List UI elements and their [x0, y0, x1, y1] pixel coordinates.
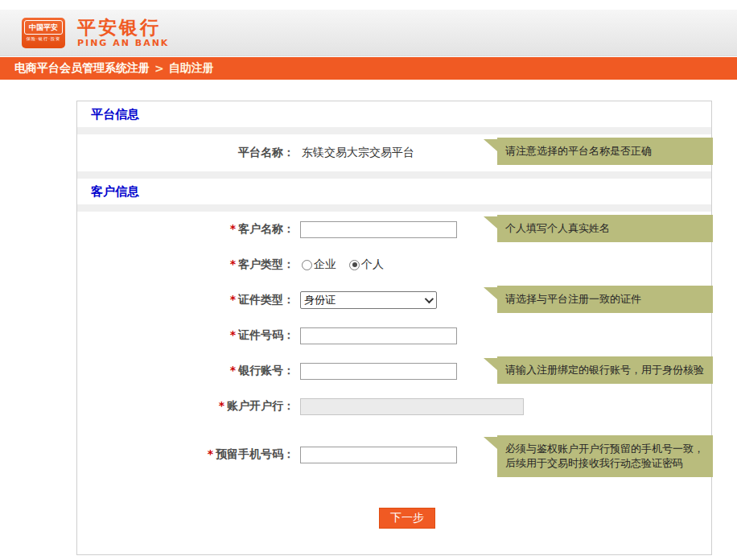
- bank-account-label-text: 银行账号：: [238, 364, 294, 377]
- bank-account-label: *银行账号：: [77, 364, 294, 378]
- required-marker: *: [230, 257, 236, 270]
- breadcrumb-current: 自助注册: [169, 61, 214, 76]
- bank-account-row: *银行账号： 请输入注册绑定的银行账号，用于身份核验: [77, 353, 711, 389]
- required-marker: *: [230, 293, 236, 306]
- bank-name-en: PING AN BANK: [77, 38, 169, 48]
- divider: [77, 127, 711, 134]
- pingan-logo-tagline: 保险·银行·投资: [26, 35, 60, 41]
- customer-type-radio-group: 企业 个人: [302, 257, 384, 272]
- masthead: 中国平安 保险·银行·投资 平安银行 PING AN BANK: [0, 10, 737, 56]
- radio-enterprise-label: 企业: [314, 257, 336, 272]
- customer-name-row: *客户名称： 个人填写个人真实姓名: [77, 212, 711, 247]
- required-marker: *: [230, 364, 236, 377]
- platform-name-label: 平台名称：: [77, 146, 294, 160]
- divider: [77, 204, 711, 212]
- customer-name-label-text: 客户名称：: [238, 222, 294, 235]
- cert-type-selected-value: 身份证: [304, 293, 336, 307]
- phone-input[interactable]: [300, 447, 457, 463]
- account-bank-row: *账户开户行：: [77, 389, 711, 424]
- cert-no-label: *证件号码：: [77, 328, 294, 343]
- phone-row: *预留手机号码： 必须与鉴权账户开户行预留的手机号一致，后续用于交易时接收我行动…: [77, 435, 711, 474]
- account-bank-label-text: 账户开户行：: [227, 399, 294, 412]
- customer-type-row: *客户类型： 企业 个人: [77, 247, 711, 282]
- tooltip-bank-account: 请输入注册绑定的银行账号，用于身份核验: [497, 356, 713, 384]
- phone-label: *预留手机号码：: [77, 447, 294, 462]
- customer-name-label: *客户名称：: [77, 222, 294, 237]
- radio-option-personal[interactable]: 个人: [349, 257, 384, 272]
- radio-option-enterprise[interactable]: 企业: [302, 257, 336, 272]
- chevron-down-icon: [425, 294, 434, 303]
- top-strip: [0, 0, 737, 10]
- breadcrumb-root: 电商平台会员管理系统注册: [14, 61, 150, 76]
- cert-type-row: *证件类型： 身份证 请选择与平台注册一致的证件: [77, 282, 711, 318]
- required-marker: *: [219, 399, 224, 412]
- tooltip-cert-type: 请选择与平台注册一致的证件: [497, 286, 713, 313]
- customer-type-label: *客户类型：: [77, 257, 294, 272]
- bank-name-cn: 平安银行: [77, 17, 169, 38]
- cert-no-input[interactable]: [300, 327, 457, 344]
- submit-row: 下一步: [77, 508, 711, 529]
- phone-label-text: 预留手机号码：: [216, 447, 294, 460]
- pingan-logo-text: 中国平安: [24, 20, 63, 35]
- cert-no-label-text: 证件号码：: [238, 328, 294, 341]
- required-marker: *: [230, 222, 236, 235]
- tooltip-platform-name: 请注意选择的平台名称是否正确: [497, 138, 713, 165]
- cert-type-select[interactable]: 身份证: [300, 291, 437, 309]
- account-bank-input: [300, 398, 524, 415]
- cert-no-row: *证件号码：: [77, 318, 711, 353]
- breadcrumb-separator: >: [154, 62, 164, 75]
- section-title-platform: 平台信息: [77, 101, 711, 127]
- account-bank-label: *账户开户行：: [77, 399, 294, 414]
- tooltip-customer-name: 个人填写个人真实姓名: [497, 215, 713, 242]
- radio-selected-icon[interactable]: [349, 260, 360, 270]
- platform-name-row: 平台名称： 东镁交易大宗交易平台 请注意选择的平台名称是否正确: [77, 134, 711, 171]
- divider: [77, 171, 711, 179]
- bank-name-block: 平安银行 PING AN BANK: [77, 17, 169, 48]
- radio-unselected-icon[interactable]: [302, 260, 312, 270]
- customer-name-input[interactable]: [300, 221, 457, 238]
- customer-type-label-text: 客户类型：: [238, 257, 294, 270]
- bank-account-input[interactable]: [300, 363, 457, 380]
- section-title-customer: 客户信息: [77, 179, 711, 204]
- required-marker: *: [230, 328, 236, 341]
- tooltip-phone: 必须与鉴权账户开户行预留的手机号一致，后续用于交易时接收我行动态验证密码: [497, 435, 713, 477]
- registration-panel: 平台信息 平台名称： 东镁交易大宗交易平台 请注意选择的平台名称是否正确 客户信…: [76, 101, 712, 555]
- next-step-button[interactable]: 下一步: [379, 508, 435, 529]
- required-marker: *: [208, 447, 213, 460]
- cert-type-label: *证件类型：: [77, 293, 294, 307]
- platform-name-value: 东镁交易大宗交易平台: [302, 146, 414, 160]
- radio-personal-label: 个人: [361, 257, 384, 272]
- pingan-logo: 中国平安 保险·银行·投资: [22, 18, 65, 48]
- breadcrumb: 电商平台会员管理系统注册 > 自助注册: [0, 57, 737, 80]
- cert-type-label-text: 证件类型：: [238, 293, 294, 306]
